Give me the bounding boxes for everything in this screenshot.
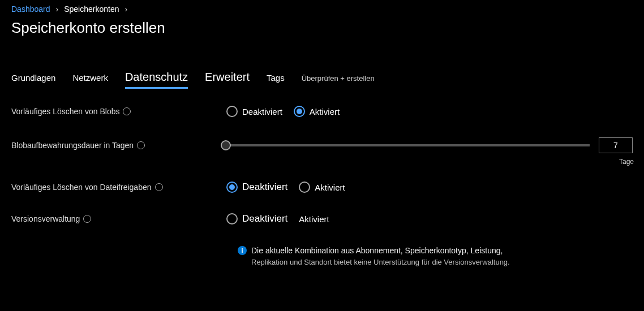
- radio-icon: [226, 182, 238, 193]
- slider-unit-label: Tage: [619, 158, 634, 166]
- radio-deaktiviert[interactable]: Deaktiviert: [226, 106, 282, 117]
- radio-label-deaktiviert: Deaktiviert: [242, 182, 287, 193]
- info-icon[interactable]: [155, 183, 163, 191]
- radio-label-aktiviert: Aktiviert: [310, 107, 340, 116]
- radio-deaktiviert[interactable]: Deaktiviert: [226, 213, 287, 224]
- retention-slider[interactable]: [226, 144, 590, 146]
- chevron-right-icon: ›: [124, 5, 127, 14]
- label-soft-delete-shares: Vorläufiges Löschen von Dateifreigaben: [11, 183, 226, 192]
- tab-grundlagen[interactable]: Grundlagen: [11, 73, 55, 86]
- tab-erweitert[interactable]: Erweitert: [205, 71, 250, 87]
- radio-label-aktiviert: Aktiviert: [299, 214, 329, 224]
- radio-aktiviert[interactable]: Aktiviert: [299, 182, 345, 193]
- radio-icon: [226, 213, 238, 224]
- radio-icon: [226, 106, 238, 117]
- radio-icon: [294, 106, 305, 117]
- tab-tags[interactable]: Tags: [267, 73, 285, 86]
- retention-value-input[interactable]: 7: [599, 137, 633, 153]
- radio-label-deaktiviert: Deaktiviert: [242, 107, 282, 116]
- radio-icon: [299, 182, 310, 193]
- info-icon[interactable]: [137, 141, 145, 149]
- radio-group-soft-delete-shares: Deaktiviert Aktiviert: [226, 182, 345, 193]
- radio-label-deaktiviert: Deaktiviert: [242, 213, 287, 224]
- tab-datenschutz[interactable]: Datenschutz: [125, 71, 188, 89]
- tab-review-create[interactable]: Überprüfen + erstellen: [302, 74, 375, 86]
- tabs: Grundlagen Netzwerk Datenschutz Erweiter…: [11, 71, 633, 89]
- slider-thumb[interactable]: [221, 140, 231, 150]
- breadcrumb-dashboard[interactable]: Dashboard: [11, 5, 50, 14]
- radio-aktiviert[interactable]: Aktiviert: [299, 214, 329, 224]
- info-icon: i: [238, 246, 247, 255]
- radio-label-aktiviert: Aktiviert: [315, 183, 345, 192]
- tab-netzwerk[interactable]: Netzwerk: [72, 73, 108, 86]
- radio-aktiviert[interactable]: Aktiviert: [294, 106, 340, 117]
- page-title: Speicherkonto erstellen: [11, 19, 633, 37]
- label-blob-retention: Blobaufbewahrungsdauer in Tagen: [11, 141, 226, 150]
- radio-group-versioning: Deaktiviert Aktiviert: [226, 213, 329, 224]
- radio-group-soft-delete-blobs: Deaktiviert Aktiviert: [226, 106, 340, 117]
- label-versioning: Versionsverwaltung: [11, 214, 226, 223]
- radio-deaktiviert[interactable]: Deaktiviert: [226, 182, 287, 193]
- label-soft-delete-blobs: Vorläufiges Löschen von Blobs: [11, 107, 226, 116]
- info-message-line1: Die aktuelle Kombination aus Abonnement,…: [251, 245, 510, 257]
- breadcrumb-storage-accounts[interactable]: Speicherkonten: [64, 5, 119, 14]
- breadcrumb: Dashboard › Speicherkonten ›: [11, 5, 633, 14]
- info-icon[interactable]: [83, 215, 91, 223]
- info-icon[interactable]: [123, 107, 131, 115]
- chevron-right-icon: ›: [56, 5, 59, 14]
- info-message-line2: Replikation und Standort bietet keine Un…: [251, 257, 510, 268]
- versioning-info-message: i Die aktuelle Kombination aus Abonnemen…: [238, 245, 633, 268]
